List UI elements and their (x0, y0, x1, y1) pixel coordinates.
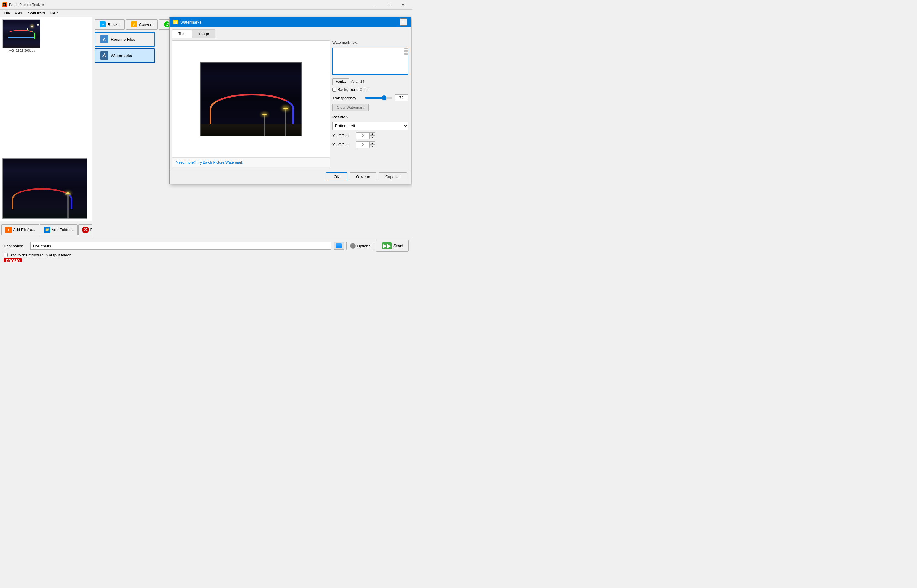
dialog-tabs: Text Image (170, 27, 411, 38)
dialog-icon: 🖼 (173, 19, 178, 24)
tab-text[interactable]: Text (172, 29, 192, 38)
file-name: IMG_2952-300.jpg (8, 48, 35, 52)
watermark-text-wrapper (332, 48, 408, 76)
maximize-button[interactable]: □ (382, 0, 396, 10)
menu-view[interactable]: View (12, 10, 26, 16)
watermarks-label: Watermarks (111, 53, 132, 58)
menu-file[interactable]: File (1, 10, 12, 16)
folder-structure-row: Use folder structure in output folder (3, 253, 409, 257)
format-line-2 (404, 50, 408, 51)
app-title: Batch Picture Resizer (9, 3, 368, 7)
x-offset-down[interactable]: ▼ (370, 136, 375, 139)
dialog-preview-panel: Need more? Try Batch Picture Watermark (172, 40, 330, 167)
x-offset-input[interactable]: 0 (356, 132, 370, 139)
browse-button[interactable] (333, 242, 344, 250)
destination-input[interactable] (30, 242, 331, 250)
large-preview (2, 158, 87, 219)
format-line-1 (404, 48, 408, 49)
font-row: Font... Arial, 14 (332, 78, 408, 85)
list-item[interactable]: IMG_2952-300.jpg (2, 19, 40, 52)
slider-fill (365, 97, 384, 99)
font-button[interactable]: Font... (332, 78, 349, 85)
title-bar: 🖼 Batch Picture Resizer ─ □ ✕ (0, 0, 412, 10)
preview-arch (210, 94, 294, 124)
menu-softorbits[interactable]: SoftOrbits (26, 10, 48, 16)
folder-structure-label: Use folder structure in output folder (10, 253, 71, 257)
tab-resize-label: Resize (108, 23, 120, 27)
arch-decoration (7, 30, 34, 39)
watermark-text-input[interactable] (332, 48, 408, 75)
tab-image[interactable]: Image (192, 29, 215, 38)
transparency-input[interactable]: 70 (395, 94, 408, 102)
promo-link[interactable]: Need more? Try Batch Picture Watermark (176, 160, 243, 165)
bg-color-checkbox[interactable] (332, 87, 336, 92)
ok-button[interactable]: OK (326, 173, 347, 181)
add-folder-button[interactable]: 📁 Add Folder... (40, 225, 78, 235)
close-button[interactable]: ✕ (396, 0, 410, 10)
dialog-footer: OK Отмена Справка (170, 170, 411, 184)
menu-bar: File View SoftOrbits Help (0, 10, 412, 17)
y-offset-up[interactable]: ▲ (370, 141, 375, 145)
watermark-icon: A (100, 51, 108, 60)
format-line-5 (404, 54, 408, 55)
menu-help[interactable]: Help (48, 10, 61, 16)
app-icon: 🖼 (2, 2, 7, 7)
clear-watermark-button[interactable]: Clear Watermark (332, 104, 369, 111)
dialog-settings-panel: Watermark Text Font... Arial, 14 (332, 40, 408, 167)
start-button[interactable]: ▶▶ Start (376, 240, 409, 252)
tab-resize[interactable]: ↔ Resize (95, 19, 125, 30)
y-offset-down[interactable]: ▼ (370, 145, 375, 148)
remove-icon: ✕ (82, 226, 89, 233)
slider-thumb[interactable] (382, 95, 387, 100)
bottom-bar: Destination Options ▶▶ Start Use folder … (0, 238, 412, 262)
resize-icon: ↔ (100, 21, 106, 27)
file-panel: IMG_2952-300.jpg + Add File(s)... 📁 Add … (0, 17, 92, 238)
add-folder-icon: 📁 (44, 226, 50, 233)
y-offset-input[interactable]: 0 (356, 141, 370, 148)
watermarks-button[interactable]: A Watermarks (95, 48, 155, 63)
y-offset-label: Y - Offset (332, 142, 354, 147)
rename-icon: A (100, 35, 108, 44)
position-select[interactable]: Bottom Left Top Left Top Center Top Righ… (332, 122, 408, 130)
preview-light-1 (285, 109, 286, 136)
transparency-slider[interactable] (365, 97, 392, 99)
dialog-link-area: Need more? Try Batch Picture Watermark (172, 157, 330, 167)
bg-color-label: Background Color (338, 87, 369, 92)
help-button[interactable]: Справка (379, 173, 407, 181)
street-light-1 (67, 194, 69, 218)
options-label: Options (357, 244, 370, 248)
transparency-label: Transparency (332, 96, 362, 100)
remove-selected-label: Remove Selected (90, 228, 92, 232)
x-offset-spinner: 0 ▲ ▼ (356, 132, 375, 139)
format-line-4 (404, 53, 408, 54)
x-offset-up[interactable]: ▲ (370, 132, 375, 136)
start-arrow-icon: ▶▶ (382, 242, 391, 249)
background-color-row: Background Color (332, 87, 408, 92)
rename-files-button[interactable]: A Rename Files (95, 32, 155, 47)
minimize-button[interactable]: ─ (368, 0, 382, 10)
y-offset-spinner: 0 ▲ ▼ (356, 141, 375, 148)
dialog-close-button[interactable]: ✕ (400, 18, 407, 26)
add-files-button[interactable]: + Add File(s)... (1, 225, 39, 235)
dialog-title-bar: 🖼 Watermarks ✕ (170, 17, 411, 27)
clear-watermark-row: Clear Watermark (332, 104, 408, 111)
dialog-title: Watermarks (180, 20, 202, 24)
right-actions: Options ▶▶ Start (346, 240, 409, 252)
tab-convert[interactable]: ⇄ Convert (126, 19, 158, 30)
position-label: Position (332, 115, 408, 119)
format-line-3 (404, 51, 408, 52)
folder-structure-checkbox[interactable] (3, 253, 8, 257)
font-info: Arial, 14 (351, 79, 364, 84)
options-button[interactable]: Options (346, 242, 374, 250)
cancel-button[interactable]: Отмена (349, 173, 377, 181)
watermark-text-label: Watermark Text (332, 40, 408, 45)
add-folder-label: Add Folder... (52, 228, 74, 232)
rename-files-label: Rename Files (111, 37, 135, 42)
arch-glow (12, 188, 72, 209)
thumbnail-image (2, 19, 40, 48)
remove-selected-button[interactable]: ✕ Remove Selected (78, 225, 92, 235)
dialog-content: Text Image Need more? Try Batch Picture … (170, 27, 411, 170)
tab-convert-label: Convert (139, 23, 153, 27)
promo-row: PROMO (3, 258, 409, 262)
dialog-body: Need more? Try Batch Picture Watermark W… (170, 38, 411, 170)
